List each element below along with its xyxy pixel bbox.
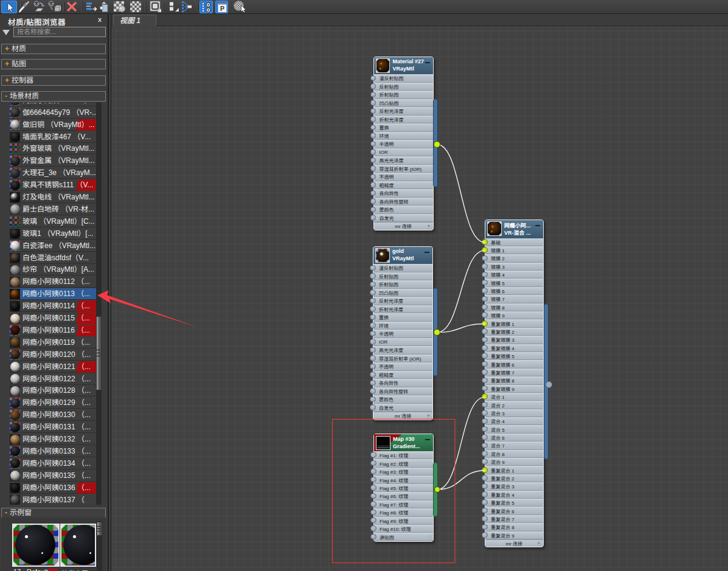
svg-text:P: P — [220, 5, 224, 12]
